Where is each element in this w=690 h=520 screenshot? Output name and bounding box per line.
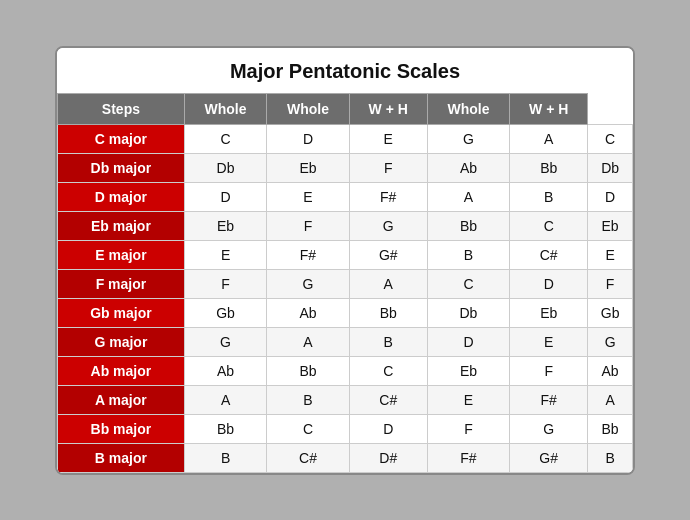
note-cell: C# <box>510 240 588 269</box>
note-cell: G <box>267 269 349 298</box>
note-cell: Db <box>588 153 633 182</box>
note-cell: A <box>510 124 588 153</box>
note-cell: Gb <box>184 298 266 327</box>
table-row: A majorABC#EF#A <box>58 385 633 414</box>
note-cell: C# <box>349 385 427 414</box>
table-row: Eb majorEbFGBbCEb <box>58 211 633 240</box>
scale-name-cell: Bb major <box>58 414 185 443</box>
table-row: F majorFGACDF <box>58 269 633 298</box>
note-cell: B <box>588 443 633 472</box>
main-card: Major Pentatonic Scales Steps Whole Whol… <box>55 46 635 475</box>
note-cell: A <box>349 269 427 298</box>
note-cell: F# <box>349 182 427 211</box>
note-cell: B <box>267 385 349 414</box>
table-row: D majorDEF#ABD <box>58 182 633 211</box>
scale-table: Steps Whole Whole W + H Whole W + H C ma… <box>57 93 633 473</box>
note-cell: C# <box>267 443 349 472</box>
note-cell: G <box>510 414 588 443</box>
scale-name-cell: C major <box>58 124 185 153</box>
note-cell: A <box>588 385 633 414</box>
note-cell: D <box>588 182 633 211</box>
col-whole-2: Whole <box>267 93 349 124</box>
col-whole-3: Whole <box>427 93 509 124</box>
note-cell: E <box>510 327 588 356</box>
table-row: E majorEF#G#BC#E <box>58 240 633 269</box>
scale-name-cell: F major <box>58 269 185 298</box>
note-cell: D <box>427 327 509 356</box>
note-cell: F# <box>427 443 509 472</box>
note-cell: Bb <box>349 298 427 327</box>
note-cell: Gb <box>588 298 633 327</box>
note-cell: C <box>588 124 633 153</box>
table-body: C majorCDEGACDb majorDbEbFAbBbDbD majorD… <box>58 124 633 472</box>
table-row: B majorBC#D#F#G#B <box>58 443 633 472</box>
scale-name-cell: Eb major <box>58 211 185 240</box>
note-cell: Eb <box>427 356 509 385</box>
note-cell: C <box>267 414 349 443</box>
note-cell: F <box>349 153 427 182</box>
note-cell: Ab <box>427 153 509 182</box>
note-cell: F <box>427 414 509 443</box>
note-cell: B <box>184 443 266 472</box>
note-cell: C <box>427 269 509 298</box>
note-cell: A <box>267 327 349 356</box>
note-cell: B <box>427 240 509 269</box>
note-cell: Ab <box>267 298 349 327</box>
note-cell: G <box>588 327 633 356</box>
col-wh-2: W + H <box>510 93 588 124</box>
note-cell: Eb <box>510 298 588 327</box>
scale-name-cell: A major <box>58 385 185 414</box>
note-cell: F <box>510 356 588 385</box>
note-cell: D <box>349 414 427 443</box>
table-row: G majorGABDEG <box>58 327 633 356</box>
note-cell: F <box>184 269 266 298</box>
col-whole-1: Whole <box>184 93 266 124</box>
note-cell: E <box>588 240 633 269</box>
note-cell: E <box>427 385 509 414</box>
note-cell: G <box>184 327 266 356</box>
note-cell: Ab <box>184 356 266 385</box>
note-cell: B <box>510 182 588 211</box>
note-cell: C <box>184 124 266 153</box>
note-cell: F# <box>510 385 588 414</box>
table-row: Db majorDbEbFAbBbDb <box>58 153 633 182</box>
note-cell: A <box>427 182 509 211</box>
note-cell: F <box>267 211 349 240</box>
note-cell: G <box>427 124 509 153</box>
note-cell: Eb <box>267 153 349 182</box>
header-row: Steps Whole Whole W + H Whole W + H <box>58 93 633 124</box>
scale-name-cell: G major <box>58 327 185 356</box>
note-cell: B <box>349 327 427 356</box>
table-row: Gb majorGbAbBbDbEbGb <box>58 298 633 327</box>
page-title: Major Pentatonic Scales <box>57 48 633 93</box>
note-cell: Ab <box>588 356 633 385</box>
note-cell: G# <box>349 240 427 269</box>
scale-name-cell: Ab major <box>58 356 185 385</box>
note-cell: E <box>184 240 266 269</box>
note-cell: G <box>349 211 427 240</box>
note-cell: E <box>349 124 427 153</box>
note-cell: Db <box>184 153 266 182</box>
note-cell: D# <box>349 443 427 472</box>
col-steps: Steps <box>58 93 185 124</box>
note-cell: G# <box>510 443 588 472</box>
note-cell: Bb <box>510 153 588 182</box>
note-cell: D <box>510 269 588 298</box>
scale-name-cell: B major <box>58 443 185 472</box>
table-row: Bb majorBbCDFGBb <box>58 414 633 443</box>
note-cell: D <box>267 124 349 153</box>
table-row: Ab majorAbBbCEbFAb <box>58 356 633 385</box>
note-cell: E <box>267 182 349 211</box>
scale-name-cell: Db major <box>58 153 185 182</box>
scale-name-cell: D major <box>58 182 185 211</box>
scale-name-cell: Gb major <box>58 298 185 327</box>
note-cell: C <box>510 211 588 240</box>
note-cell: Bb <box>427 211 509 240</box>
note-cell: Eb <box>184 211 266 240</box>
col-wh-1: W + H <box>349 93 427 124</box>
note-cell: C <box>349 356 427 385</box>
note-cell: A <box>184 385 266 414</box>
note-cell: Bb <box>588 414 633 443</box>
note-cell: Db <box>427 298 509 327</box>
scale-name-cell: E major <box>58 240 185 269</box>
